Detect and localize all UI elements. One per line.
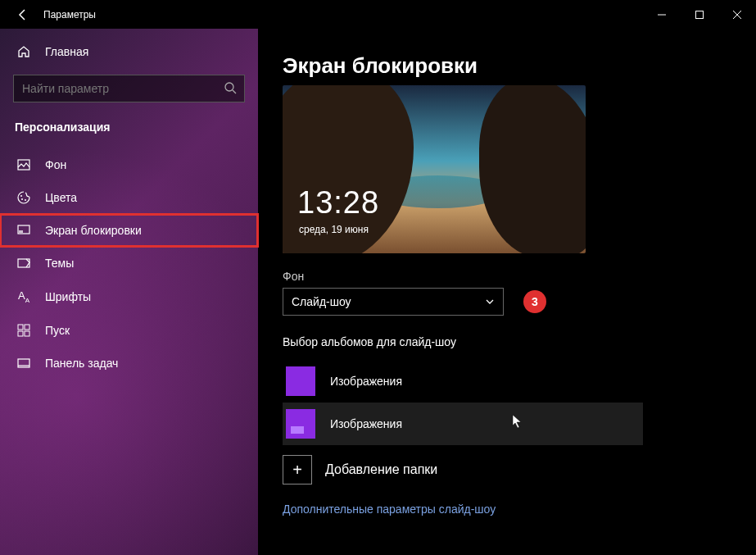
album-label: Изображения <box>330 417 402 430</box>
preview-date: среда, 19 июня <box>299 224 369 235</box>
more-options-link[interactable]: Дополнительные параметры слайд-шоу <box>283 503 496 516</box>
lockscreen-icon <box>15 224 33 237</box>
cursor-icon <box>512 414 523 429</box>
close-button[interactable] <box>718 0 756 29</box>
maximize-button[interactable] <box>681 0 718 29</box>
svg-rect-14 <box>25 325 29 330</box>
svg-point-8 <box>21 198 23 200</box>
search-input[interactable] <box>13 75 245 102</box>
annotation-badge: 3 <box>523 290 546 313</box>
background-label: Фон <box>283 270 731 283</box>
back-button[interactable] <box>15 7 31 23</box>
add-folder-label: Добавление папки <box>325 462 437 477</box>
minimize-button[interactable] <box>643 0 681 29</box>
album-item[interactable]: Изображения <box>283 360 731 403</box>
palette-icon <box>15 191 33 204</box>
sidebar-item-start[interactable]: Пуск <box>0 314 258 347</box>
svg-point-4 <box>225 83 233 91</box>
plus-icon: + <box>283 455 312 484</box>
sidebar-item-background[interactable]: Фон <box>0 148 258 181</box>
album-thumb <box>286 366 315 396</box>
sidebar-item-label: Цвета <box>45 191 77 204</box>
svg-rect-16 <box>25 331 29 336</box>
fonts-icon: AA <box>15 289 33 304</box>
sidebar-item-label: Шрифты <box>45 290 91 303</box>
background-value: Слайд-шоу <box>292 295 351 308</box>
search-icon <box>224 81 237 94</box>
home-icon <box>15 45 33 58</box>
sidebar-item-label: Панель задач <box>45 357 118 370</box>
titlebar: Параметры <box>0 0 756 29</box>
sidebar-item-themes[interactable]: Темы <box>0 247 258 280</box>
main-content: Экран блокировки 13:28 среда, 19 июня Фо… <box>258 29 756 555</box>
svg-point-7 <box>20 195 22 197</box>
svg-rect-13 <box>18 325 23 330</box>
album-item[interactable]: Изображения <box>283 403 643 445</box>
sidebar-item-label: Фон <box>45 158 66 171</box>
preview-time: 13:28 <box>297 185 379 221</box>
album-thumb <box>286 409 315 439</box>
sidebar-item-label: Пуск <box>45 324 70 337</box>
svg-rect-15 <box>18 331 23 336</box>
chevron-down-icon <box>485 297 495 307</box>
themes-icon <box>15 257 33 270</box>
picture-icon <box>15 158 33 171</box>
add-folder-button[interactable]: + Добавление папки <box>283 455 731 484</box>
album-label: Изображения <box>330 375 402 388</box>
sidebar-item-lockscreen[interactable]: Экран блокировки <box>0 214 258 247</box>
page-title: Экран блокировки <box>283 53 731 79</box>
background-select[interactable]: Слайд-шоу <box>283 288 504 316</box>
svg-rect-11 <box>19 230 23 233</box>
home-button[interactable]: Главная <box>0 37 258 66</box>
category-title: Персонализация <box>0 114 258 148</box>
albums-label: Выбор альбомов для слайд-шоу <box>283 335 731 348</box>
lockscreen-preview: 13:28 среда, 19 июня <box>283 85 586 253</box>
sidebar-item-label: Экран блокировки <box>45 224 142 237</box>
svg-rect-1 <box>696 11 704 18</box>
sidebar-item-taskbar[interactable]: Панель задач <box>0 347 258 380</box>
svg-point-9 <box>25 199 26 201</box>
taskbar-icon <box>15 357 33 370</box>
sidebar-item-label: Темы <box>45 257 74 270</box>
start-icon <box>15 324 33 337</box>
home-label: Главная <box>45 45 88 58</box>
sidebar: Главная Персонализация Фон Цвета Экран б… <box>0 29 258 555</box>
svg-line-5 <box>233 90 236 93</box>
sidebar-item-colors[interactable]: Цвета <box>0 181 258 214</box>
window-title: Параметры <box>43 9 96 20</box>
sidebar-item-fonts[interactable]: AA Шрифты <box>0 280 258 314</box>
